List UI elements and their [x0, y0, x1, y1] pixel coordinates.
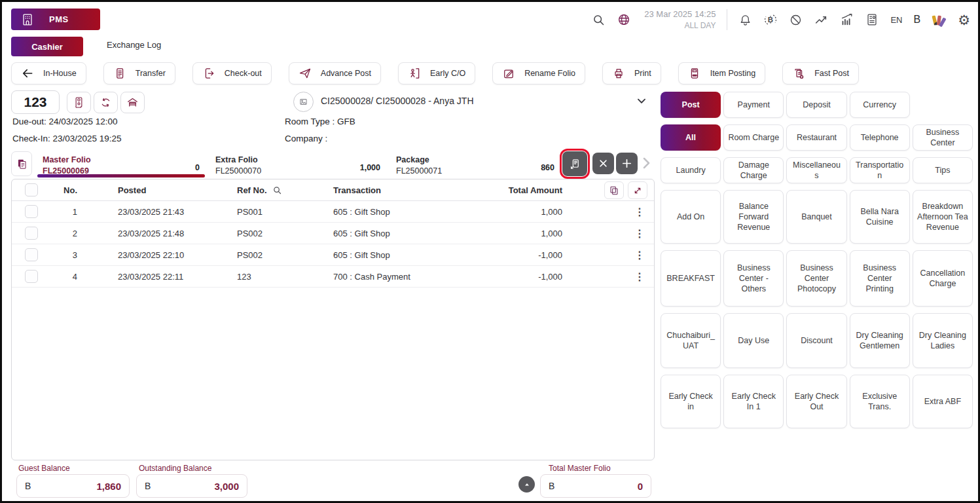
table-row[interactable]: 4 23/03/2025 22:11 123 700 : Cash Paymen… — [12, 266, 654, 288]
theme-palette-icon[interactable] — [932, 12, 947, 28]
notifications-bell-icon[interactable] — [738, 13, 752, 27]
cell-no: 1 — [46, 207, 77, 217]
copy-transactions-icon[interactable] — [604, 181, 624, 199]
early-co-button[interactable]: Early C/O — [398, 62, 475, 84]
folio-documents-icon[interactable] — [11, 151, 32, 176]
panel-item-dry-cleaning-ladies[interactable]: Dry Cleaning Ladies — [913, 313, 973, 368]
panel-item-cancellation-charge[interactable]: Cancellation Charge — [913, 250, 973, 307]
row-menu-icon[interactable]: ⋮ — [625, 270, 654, 283]
folio-device-button-highlighted[interactable] — [562, 151, 587, 176]
folio-tab-extra[interactable]: Extra Folio FL25000070 1,000 — [209, 150, 387, 177]
search-icon[interactable] — [592, 13, 606, 27]
panel-category-transportation[interactable]: Transportation — [850, 157, 910, 183]
language-selector[interactable]: EN — [890, 15, 902, 25]
panel-item-discount[interactable]: Discount — [786, 313, 846, 368]
close-folio-button[interactable] — [592, 153, 614, 174]
panel-item-add-on[interactable]: Add On — [661, 190, 721, 244]
in-house-label: In-House — [43, 69, 77, 78]
panel-category-damage-charge[interactable]: Damage Charge — [723, 157, 784, 183]
globe-icon[interactable] — [617, 12, 631, 27]
currency-selector[interactable]: B — [914, 14, 921, 26]
currency-exchange-icon[interactable]: B — [763, 12, 778, 27]
business-date[interactable]: 23 Mar 2025 14:25 ALL DAY — [642, 9, 716, 31]
panel-item-day-use[interactable]: Day Use — [723, 313, 784, 368]
advance-post-button[interactable]: Advance Post — [289, 62, 381, 84]
panel-action-currency[interactable]: Currency — [850, 92, 910, 118]
panel-item-dry-cleaning-gentlemen[interactable]: Dry Cleaning Gentlemen — [850, 313, 910, 368]
folio-tab-package[interactable]: Package FL25000071 860 — [390, 150, 561, 177]
table-row[interactable]: 2 23/03/2025 21:48 PS002 605 : Gift Shop… — [12, 223, 654, 244]
row-menu-icon[interactable]: ⋮ — [625, 206, 654, 218]
room-status-cycle-icon[interactable] — [94, 92, 118, 113]
panel-item-business-center-printing[interactable]: Business Center Printing — [850, 250, 910, 307]
guest-dropdown-chevron-icon[interactable] — [634, 94, 649, 108]
outstanding-balance-currency: B — [145, 481, 151, 491]
room-bed-icon[interactable] — [120, 92, 145, 113]
panel-item-balance-forward-revenue[interactable]: Balance Forward Revenue — [723, 190, 784, 244]
ref-search-icon[interactable] — [272, 185, 282, 195]
transfer-button[interactable]: Transfer — [103, 62, 175, 84]
panel-item-early-check-out[interactable]: Early Check Out — [786, 375, 846, 428]
panel-item-business-center-others[interactable]: Business Center - Others — [723, 250, 784, 307]
transactions-table: No. Posted Ref No. Transaction Total Amo… — [11, 179, 655, 460]
collapse-up-icon[interactable] — [518, 476, 535, 493]
check-out-button[interactable]: Check-out — [192, 62, 272, 84]
printer-icon — [612, 67, 625, 80]
cell-total: 1,000 — [470, 229, 562, 238]
select-all-checkbox[interactable] — [25, 183, 38, 196]
panel-action-post[interactable]: Post — [661, 92, 721, 118]
panel-item-early-check-in-1[interactable]: Early Check In 1 — [723, 375, 784, 428]
expand-table-icon[interactable] — [628, 181, 647, 199]
panel-category-laundry[interactable]: Laundry — [661, 157, 721, 183]
panel-item-exclusive-trans[interactable]: Exclusive Trans. — [850, 375, 910, 428]
bar-chart-icon[interactable] — [839, 12, 854, 27]
cell-transaction: 605 : Gift Shop — [333, 207, 470, 217]
panel-category-business-center[interactable]: Business Center — [913, 124, 973, 151]
row-checkbox[interactable] — [25, 205, 38, 218]
currency-label: B — [914, 14, 921, 26]
panel-item-chuchaiburi-uat[interactable]: Chuchaiburi_UAT — [661, 313, 721, 368]
no-post-icon[interactable] — [789, 13, 803, 27]
cell-ref: PS001 — [237, 207, 333, 217]
panel-category-all[interactable]: All — [661, 124, 721, 151]
settings-gear-icon[interactable]: ⚙ — [958, 13, 970, 27]
door-hanger-icon[interactable] — [67, 92, 91, 113]
folio-tab-master[interactable]: Master Folio FL25000069 0 — [36, 150, 206, 177]
table-row[interactable]: 1 23/03/2025 21:43 PS001 605 : Gift Shop… — [12, 201, 654, 223]
panel-action-deposit[interactable]: Deposit — [786, 92, 846, 118]
panel-category-tips[interactable]: Tips — [913, 157, 973, 183]
print-button[interactable]: Print — [602, 62, 661, 84]
panel-category-miscellaneous[interactable]: Miscellaneous — [786, 157, 846, 183]
row-menu-icon[interactable]: ⋮ — [625, 249, 654, 261]
guest-photo-icon[interactable] — [293, 92, 314, 112]
in-house-button[interactable]: In-House — [11, 62, 86, 84]
pms-logo-button[interactable]: PMS — [11, 9, 100, 30]
panel-item-extra-abf[interactable]: Extra ABF — [913, 375, 973, 428]
panel-category-restaurant[interactable]: Restaurant — [786, 124, 846, 151]
panel-item-breakdown-afternoon-tea-revenue[interactable]: Breakdown Afternoon Tea Revenue — [913, 190, 973, 244]
table-row[interactable]: 3 23/03/2025 22:10 PS002 605 : Gift Shop… — [12, 244, 654, 266]
tab-cashier[interactable]: Cashier — [11, 37, 83, 56]
row-checkbox[interactable] — [25, 227, 38, 240]
panel-item-breakfast[interactable]: BREAKFAST — [661, 250, 721, 307]
row-checkbox[interactable] — [25, 248, 38, 261]
room-number-box[interactable]: 123 — [11, 90, 60, 114]
tab-exchange-log[interactable]: Exchange Log — [107, 40, 161, 50]
report-card-icon[interactable] — [865, 12, 879, 27]
panel-item-banquet[interactable]: Banquet — [786, 190, 846, 244]
panel-item-early-check-in[interactable]: Early Check in — [661, 375, 721, 428]
row-checkbox[interactable] — [25, 270, 38, 283]
panel-category-telephone[interactable]: Telephone — [850, 124, 910, 151]
item-posting-button[interactable]: Item Posting — [678, 62, 765, 84]
back-arrow-icon — [21, 67, 34, 80]
fast-post-button[interactable]: Fast Post — [782, 62, 859, 84]
row-menu-icon[interactable]: ⋮ — [625, 227, 654, 240]
panel-category-room-charge[interactable]: Room Charge — [723, 124, 784, 151]
line-chart-icon[interactable] — [814, 12, 828, 27]
panel-action-payment[interactable]: Payment — [723, 92, 784, 118]
panel-item-bella-nara-cuisine[interactable]: Bella Nara Cuisine — [850, 190, 910, 244]
add-folio-button[interactable] — [616, 153, 638, 174]
rename-folio-button[interactable]: Rename Folio — [492, 62, 585, 84]
panel-item-business-center-photocopy[interactable]: Business Center Photocopy — [786, 250, 846, 307]
folio-tabs-next-chevron-icon[interactable] — [638, 155, 654, 171]
